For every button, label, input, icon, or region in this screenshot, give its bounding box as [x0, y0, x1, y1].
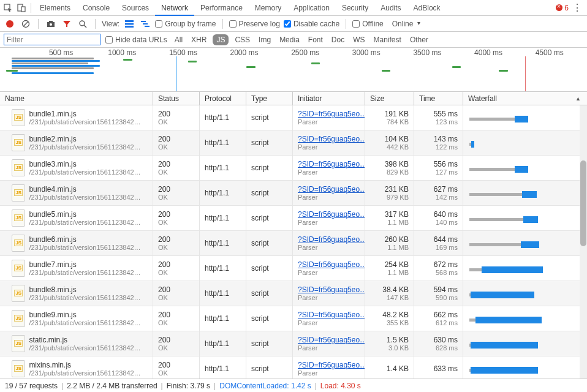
initiator-link[interactable]: ?SID=fr56guaq5eo… [298, 260, 360, 269]
filter-type-font[interactable]: Font [306, 34, 325, 45]
waterfall-bar [468, 233, 582, 253]
filter-type-css[interactable]: CSS [232, 34, 252, 45]
table-row[interactable]: bundle9.min.js/231/pub/static/version156… [0, 306, 587, 331]
protocol: http/1.1 [205, 264, 241, 273]
record-button[interactable] [4, 18, 16, 30]
inspect-element-icon[interactable] [1, 1, 15, 15]
table-row[interactable]: bundle3.min.js/231/pub/static/version156… [0, 156, 587, 181]
svg-rect-12 [125, 26, 134, 28]
throttling-select[interactable]: Online [392, 20, 421, 28]
time: 594 ms [434, 285, 458, 294]
tab-adblock[interactable]: AdBlock [407, 1, 447, 15]
more-menu-icon[interactable]: ⋮ [572, 2, 582, 13]
time: 556 ms [434, 160, 458, 168]
disable-cache-checkbox[interactable]: Disable cache [284, 20, 339, 28]
hide-data-urls-checkbox[interactable]: Hide data URLs [105, 36, 167, 44]
column-protocol[interactable]: Protocol [200, 92, 246, 105]
preserve-log-checkbox[interactable]: Preserve log [229, 20, 280, 28]
large-rows-button[interactable] [123, 18, 135, 30]
filter-type-manifest[interactable]: Manifest [371, 34, 404, 45]
status-text: OK [158, 143, 194, 151]
filter-type-img[interactable]: Img [256, 34, 273, 45]
tab-security[interactable]: Security [336, 1, 374, 15]
column-initiator[interactable]: Initiator [293, 92, 365, 105]
initiator-link[interactable]: ?SID=fr56guaq5eo… [298, 160, 360, 168]
request-path: /231/pub/static/version1561123842… [29, 369, 140, 377]
tab-console[interactable]: Console [77, 1, 116, 15]
size: 38.4 KB [382, 285, 409, 294]
column-status[interactable]: Status [153, 92, 200, 105]
resource-type: script [251, 339, 287, 348]
initiator-link[interactable]: ?SID=fr56guaq5eo… [298, 311, 360, 319]
column-name[interactable]: Name [0, 92, 153, 105]
tab-application[interactable]: Application [287, 1, 336, 15]
js-file-icon [12, 159, 25, 176]
filter-type-other[interactable]: Other [407, 34, 431, 45]
screenshot-button[interactable] [45, 18, 57, 30]
initiator-link[interactable]: ?SID=fr56guaq5eo… [298, 210, 360, 219]
table-row[interactable]: bundle1.min.js/231/pub/static/version156… [0, 105, 587, 130]
column-time[interactable]: Time [414, 92, 463, 105]
filter-toggle-button[interactable] [61, 18, 73, 30]
filter-type-xhr[interactable]: XHR [189, 34, 209, 45]
waterfall-view-button[interactable] [139, 18, 151, 30]
time-latency: 127 ms [436, 168, 458, 176]
initiator-link[interactable]: ?SID=fr56guaq5eo… [298, 336, 360, 344]
tab-elements[interactable]: Elements [34, 1, 77, 15]
svg-rect-10 [125, 20, 134, 22]
scrollbar[interactable] [580, 105, 587, 379]
device-toggle-icon[interactable] [15, 1, 28, 15]
svg-rect-2 [21, 7, 25, 12]
error-circle-icon [556, 4, 562, 11]
size-uncompressed: 1.1 MB [387, 244, 409, 251]
tab-memory[interactable]: Memory [249, 1, 287, 15]
filter-input[interactable] [4, 34, 100, 45]
tab-performance[interactable]: Performance [194, 1, 249, 15]
tab-sources[interactable]: Sources [116, 1, 155, 15]
table-row[interactable]: mixins.min.js/231/pub/static/version1561… [0, 356, 587, 379]
initiator-link[interactable]: ?SID=fr56guaq5eo… [298, 285, 360, 294]
search-button[interactable] [77, 18, 89, 30]
table-row[interactable]: bundle2.min.js/231/pub/static/version156… [0, 130, 587, 156]
column-size[interactable]: Size [365, 92, 414, 105]
timeline-tick: 3500 ms [413, 48, 441, 57]
view-label: View: [102, 20, 119, 28]
filter-type-ws[interactable]: WS [350, 34, 367, 45]
filter-type-js[interactable]: JS [213, 34, 229, 45]
status-text: OK [158, 244, 194, 251]
time-latency: 628 ms [436, 344, 458, 352]
scrollbar-thumb[interactable] [580, 160, 586, 246]
column-type[interactable]: Type [246, 92, 293, 105]
group-by-frame-checkbox[interactable]: Group by frame [155, 20, 216, 28]
request-path: /231/pub/static/version1561123842… [29, 118, 140, 126]
status-code: 200 [158, 110, 194, 118]
initiator-type: Parser [298, 168, 360, 176]
filter-type-media[interactable]: Media [277, 34, 302, 45]
offline-checkbox[interactable]: Offline [352, 20, 383, 28]
filter-type-doc[interactable]: Doc [329, 34, 347, 45]
requests-count: 19 / 57 requests [5, 382, 58, 390]
svg-line-4 [23, 21, 28, 26]
initiator-link[interactable]: ?SID=fr56guaq5eo… [298, 135, 360, 143]
initiator-link[interactable]: ?SID=fr56guaq5eo… [298, 185, 360, 194]
initiator-link[interactable]: ?SID=fr56guaq5eo… [298, 110, 360, 118]
overview-timeline[interactable]: 500 ms1000 ms1500 ms2000 ms2500 ms3000 m… [0, 48, 587, 92]
table-row[interactable]: static.min.js/231/pub/static/version1561… [0, 331, 587, 356]
tab-network[interactable]: Network [155, 1, 194, 15]
clear-button[interactable] [20, 18, 32, 30]
initiator-link[interactable]: ?SID=fr56guaq5eo… [298, 235, 360, 244]
protocol: http/1.1 [205, 289, 241, 298]
initiator-type: Parser [298, 118, 360, 126]
initiator-link[interactable]: ?SID=fr56guaq5eo… [298, 361, 360, 369]
table-row[interactable]: bundle5.min.js/231/pub/static/version156… [0, 206, 587, 231]
resource-type: script [251, 214, 287, 222]
table-row[interactable]: bundle7.min.js/231/pub/static/version156… [0, 256, 587, 281]
table-row[interactable]: bundle6.min.js/231/pub/static/version156… [0, 231, 587, 256]
table-row[interactable]: bundle8.min.js/231/pub/static/version156… [0, 281, 587, 306]
filter-type-all[interactable]: All [172, 34, 185, 45]
column-waterfall[interactable]: Waterfall▲ [463, 92, 587, 105]
table-row[interactable]: bundle4.min.js/231/pub/static/version156… [0, 181, 587, 206]
tab-audits[interactable]: Audits [374, 1, 407, 15]
error-count-badge[interactable]: 6 [556, 4, 569, 12]
svg-rect-15 [145, 26, 150, 27]
